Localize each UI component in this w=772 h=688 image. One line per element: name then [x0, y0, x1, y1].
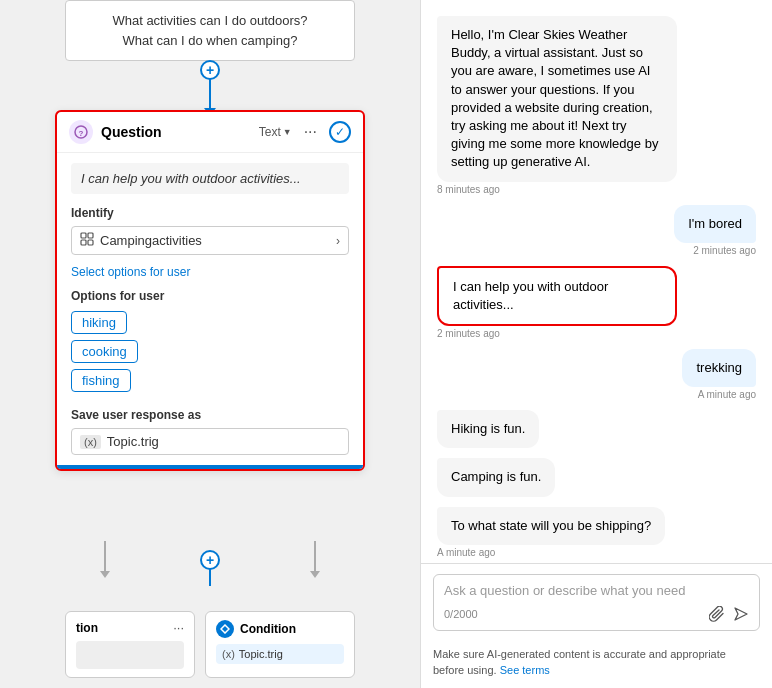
card-header: ? Question Text ▼ ··· ✓: [57, 112, 363, 153]
msg-group-bot-2: I can help you with outdoor activities..…: [437, 266, 756, 339]
variable-ref-icon: (x): [222, 648, 235, 660]
trigger-line1: What activities can I do outdoors?: [80, 11, 340, 31]
arrow-branch-right: [310, 571, 320, 578]
add-node-button-top[interactable]: +: [200, 60, 220, 80]
branch-line-left: [104, 541, 106, 571]
user-message-1: I'm bored: [674, 205, 756, 243]
condition-title: Condition: [240, 622, 296, 636]
bot-message-5: To what state will you be shipping?: [437, 507, 665, 545]
chat-input-box[interactable]: Ask a question or describe what you need…: [433, 574, 760, 631]
send-icon[interactable]: [733, 606, 749, 622]
chat-input-footer: 0/2000: [444, 606, 749, 622]
see-terms-link[interactable]: See terms: [500, 664, 550, 676]
bottom-card-left-more[interactable]: ···: [173, 620, 184, 635]
identify-entity-row[interactable]: Campingactivities ›: [71, 226, 349, 255]
option-tag-hiking[interactable]: hiking: [71, 311, 127, 334]
bottom-card-left-header: tion ···: [76, 620, 184, 635]
svg-rect-2: [81, 233, 86, 238]
bottom-card-left: tion ···: [65, 611, 195, 678]
save-input-value: Topic.trig: [107, 434, 159, 449]
condition-icon: [216, 620, 234, 638]
msg-group-bot-3: Hiking is fun.: [437, 410, 756, 448]
branch-line-right: [314, 541, 316, 571]
chat-panel: Hello, I'm Clear Skies Weather Buddy, a …: [420, 0, 772, 688]
card-title: Question: [101, 124, 251, 140]
question-icon: ?: [69, 120, 93, 144]
bot-message-4: Camping is fun.: [437, 458, 555, 496]
trigger-line2: What can I do when camping?: [80, 31, 340, 51]
svg-rect-4: [81, 240, 86, 245]
timestamp-4: A minute ago: [698, 389, 756, 400]
svg-rect-5: [88, 240, 93, 245]
card-more-button[interactable]: ···: [300, 123, 321, 141]
chat-input-area: Ask a question or describe what you need…: [421, 563, 772, 641]
bot-message-highlighted: I can help you with outdoor activities..…: [437, 266, 677, 326]
variable-icon: (x): [80, 435, 101, 449]
branch-left: [100, 541, 110, 578]
card-type-dropdown[interactable]: Text ▼: [259, 125, 292, 139]
msg-group-bot-4: Camping is fun.: [437, 458, 756, 496]
svg-text:?: ?: [79, 129, 84, 138]
options-list: hiking cooking fishing: [71, 311, 349, 398]
options-label: Options for user: [71, 289, 349, 303]
timestamp-1: 8 minutes ago: [437, 184, 756, 195]
branch-right: [310, 541, 320, 578]
condition-header: Condition: [216, 620, 344, 638]
card-footer-accent: [57, 465, 363, 469]
timestamp-2: 2 minutes ago: [693, 245, 756, 256]
bot-message-1: Hello, I'm Clear Skies Weather Buddy, a …: [437, 16, 677, 182]
save-response-label: Save user response as: [71, 408, 349, 422]
arrow-branch-left: [100, 571, 110, 578]
card-check-icon[interactable]: ✓: [329, 121, 351, 143]
add-node-button-middle[interactable]: +: [200, 550, 220, 570]
condition-variable: Topic.trig: [239, 648, 283, 660]
card-body: I can help you with outdoor activities..…: [57, 153, 363, 465]
option-tag-fishing[interactable]: fishing: [71, 369, 131, 392]
question-card: ? Question Text ▼ ··· ✓ I can help you w…: [55, 110, 365, 471]
msg-group-user-1: I'm bored 2 minutes ago: [437, 205, 756, 256]
svg-rect-3: [88, 233, 93, 238]
message-preview: I can help you with outdoor activities..…: [71, 163, 349, 194]
msg-group-bot-1: Hello, I'm Clear Skies Weather Buddy, a …: [437, 16, 756, 195]
save-response-input[interactable]: (x) Topic.trig: [71, 428, 349, 455]
msg-group-bot-5: To what state will you be shipping? A mi…: [437, 507, 756, 558]
select-options-link[interactable]: Select options for user: [71, 265, 349, 279]
chat-action-icons: [709, 606, 749, 622]
canvas-panel: What activities can I do outdoors? What …: [0, 0, 420, 688]
chevron-down-icon: ▼: [283, 127, 292, 137]
attachment-icon[interactable]: [709, 606, 725, 622]
timestamp-3: 2 minutes ago: [437, 328, 756, 339]
user-message-2: trekking: [682, 349, 756, 387]
bottom-cards-row: tion ··· Condition (x) Topic.trig: [10, 611, 410, 678]
identify-value: Campingactivities: [100, 233, 336, 248]
top-trigger-node: What activities can I do outdoors? What …: [65, 0, 355, 61]
arrow-right-icon: ›: [336, 234, 340, 248]
bot-message-3: Hiking is fun.: [437, 410, 539, 448]
bottom-card-left-title: tion: [76, 621, 169, 635]
option-tag-cooking[interactable]: cooking: [71, 340, 138, 363]
char-count: 0/2000: [444, 608, 478, 620]
identify-label: Identify: [71, 206, 349, 220]
condition-inner: (x) Topic.trig: [216, 644, 344, 664]
entity-icon: [80, 232, 94, 249]
chat-messages-list: Hello, I'm Clear Skies Weather Buddy, a …: [421, 0, 772, 563]
bottom-card-left-content: [76, 641, 184, 669]
bottom-card-condition: Condition (x) Topic.trig: [205, 611, 355, 678]
msg-group-user-2: trekking A minute ago: [437, 349, 756, 400]
disclaimer-text: Make sure AI-generated content is accura…: [421, 641, 772, 688]
chat-input-placeholder: Ask a question or describe what you need: [444, 583, 749, 598]
timestamp-5: A minute ago: [437, 547, 756, 558]
